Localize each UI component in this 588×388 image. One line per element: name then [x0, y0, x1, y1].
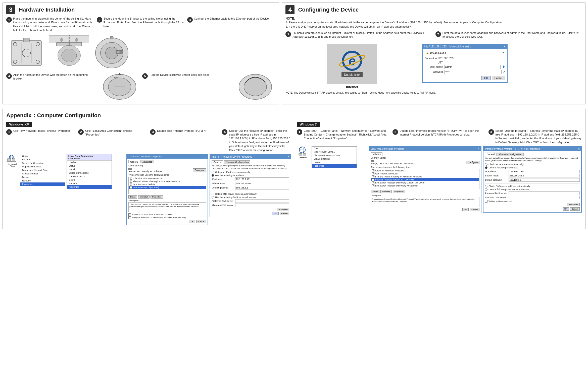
win7-cb-qos[interactable]	[372, 172, 374, 175]
xp-alt-dns-input[interactable]	[235, 204, 289, 207]
item-tcpip[interactable]: Internet Protocol (TCP/IP)	[129, 186, 206, 189]
item-tcpip-label: Internet Protocol (TCP/IP)	[133, 186, 159, 189]
xp-tcpip-tab-general[interactable]: General	[212, 160, 223, 164]
xp-diag3-ok-btn[interactable]: OK	[189, 220, 195, 223]
cb-file-sharing[interactable]	[130, 180, 132, 183]
xp-advanced-btn[interactable]: Advanced	[277, 208, 289, 211]
xp-tcpip-tabs: General Alternate Configuration	[212, 160, 289, 164]
win7-diag2-configure-btn[interactable]: Configure	[466, 161, 479, 164]
xp-diag3-body: General Advanced Connect using: AMD PCNE…	[127, 159, 208, 225]
win7-validate-label: Validate settings upon exit	[488, 200, 512, 202]
win7-tcpip-close[interactable]: ✕	[578, 148, 580, 150]
xp-install-btn[interactable]: Install	[128, 195, 137, 199]
win7-radio2[interactable]	[485, 166, 487, 169]
win7-pref-dns-input[interactable]	[509, 191, 580, 195]
ctx2-properties[interactable]: Properties	[67, 185, 112, 189]
win7-tcpip-cancel-btn[interactable]: Cancel	[570, 207, 580, 211]
win7-radio1[interactable]	[485, 163, 487, 166]
win7-cb-client[interactable]	[372, 169, 374, 172]
win7-cb-validate[interactable]	[485, 200, 487, 203]
xp-tcpip-ok-btn[interactable]: OK	[272, 212, 279, 215]
dialog-ok-button[interactable]: OK	[481, 76, 491, 80]
win7-cb-responder[interactable]	[372, 184, 374, 187]
xp-ip-input[interactable]	[235, 177, 289, 181]
win7-ip-input[interactable]	[509, 170, 580, 173]
win7-mask-input[interactable]	[509, 174, 580, 177]
xp-step4-num: 4	[222, 129, 227, 135]
xp-diag3-tab-advanced[interactable]: Advanced	[140, 160, 154, 163]
xp-tcpip-tab-alt[interactable]: Alternate Configuration	[224, 160, 250, 164]
xp-step1-text: Click "My Network Places", choose "Prope…	[13, 129, 72, 152]
windows-7-column: Windows 7 1 Click "Start→ Control Panel→…	[297, 122, 582, 225]
win7-tcpip-ok-btn[interactable]: OK	[563, 207, 569, 211]
win7-ctx-properties[interactable]: Properties	[312, 164, 357, 168]
ctx-properties[interactable]: Properties	[20, 182, 65, 186]
win7-install-btn[interactable]: Install	[371, 190, 379, 193]
xp-diag3-desc-label: Description	[128, 200, 206, 202]
ie-internet-label: Internet	[346, 85, 358, 89]
win7-dns-radio1-label: Obtain DNS server address automatically	[488, 185, 530, 187]
win7-tcpip-tab-alt[interactable]: Alternate Configuration	[497, 153, 524, 156]
win7-tcpip-desc: You can get settings assigned automatica…	[485, 157, 580, 162]
win7-cb-tcpip4[interactable]	[372, 178, 374, 181]
xp-properties-btn[interactable]: Properties	[151, 195, 163, 199]
win7-cb-mapper[interactable]	[372, 181, 374, 184]
win7-dns-radio2[interactable]	[485, 188, 487, 191]
cb-client-ms[interactable]	[130, 177, 132, 180]
win7-diag2-ok-btn[interactable]: OK	[462, 208, 469, 211]
xp-mask-input[interactable]	[235, 182, 289, 185]
refresh-icon[interactable]: ▾	[503, 51, 504, 54]
win7-dns-radio2-label: Use the following DNS server addresses:	[488, 188, 530, 191]
svg-rect-22	[110, 36, 113, 39]
xp-separator	[212, 191, 289, 191]
win7-dns-radio1[interactable]	[485, 185, 487, 187]
xp-diag3-close[interactable]: ✕	[204, 155, 206, 158]
xp-gw-input[interactable]	[235, 186, 289, 189]
win7-item-qos-label: Qos Packet Scheduler	[375, 172, 398, 175]
ctx-rename: Rename	[20, 179, 65, 182]
win7-gw-input[interactable]	[509, 178, 580, 182]
xp-diag3-tab-general[interactable]: General	[128, 160, 140, 163]
xp-diag3-cancel-btn[interactable]: Cancel	[196, 220, 206, 223]
xp-pref-dns-input[interactable]	[235, 199, 289, 203]
xp-cb-notify[interactable]	[128, 216, 131, 219]
win7-tcpip-tab-general[interactable]: General	[485, 153, 497, 156]
svg-rect-29	[7, 161, 11, 162]
win7-item-tcpip4[interactable]: Internet Protocol Version 4 (TCP/IPv4)	[371, 178, 479, 181]
win7-advanced-btn[interactable]: Advanced	[567, 203, 580, 206]
xp-mask-label: Subnet mask:	[212, 182, 234, 185]
page: 3 Hardware Installation 1 Place the moun…	[0, 0, 588, 231]
cb-tcpip[interactable]	[130, 186, 132, 189]
xp-advanced-row: Advanced	[212, 208, 289, 211]
win7-diag2-close[interactable]: ✕	[477, 148, 479, 150]
xp-diag2-container: Local Area ConnectionConnected Disable S…	[67, 154, 125, 225]
xp-dns-radio2[interactable]	[212, 196, 214, 199]
configure-middle-left: e Double click Internet	[285, 44, 418, 89]
configure-middle-right: http://192.168.1.253/ - Microsoft Intern…	[422, 44, 582, 83]
step5-num: 5	[142, 73, 148, 79]
win7-alt-dns-input[interactable]	[509, 196, 580, 199]
win7-diag2-cancel-btn[interactable]: Cancel	[470, 208, 479, 211]
xp-diag3-configure-btn[interactable]: Configure	[193, 168, 206, 172]
xp-radio1[interactable]	[212, 171, 214, 173]
xp-tcpip-cancel-btn[interactable]: Cancel	[280, 212, 289, 215]
dialog-close-btn[interactable]: ✕	[504, 45, 506, 48]
lock-icon: 🔒	[426, 51, 429, 54]
win7-cb-file[interactable]	[372, 175, 374, 178]
xp-uninstall-btn[interactable]: Uninstall	[138, 195, 150, 199]
cb-qos[interactable]	[130, 183, 132, 186]
win7-diag2-tab-net[interactable]: Network	[371, 152, 382, 156]
win7-uninstall-btn[interactable]: Uninstall	[380, 190, 392, 193]
username-input[interactable]	[444, 65, 501, 69]
xp-radio2[interactable]	[212, 174, 214, 177]
dialog-cancel-button[interactable]: Cancel	[492, 76, 505, 80]
win7-diagrams-row: Network Open Map Network Drive... Discon…	[297, 146, 582, 213]
xp-tcpip-close[interactable]: ✕	[287, 155, 289, 158]
win7-diag2-titlebar: Local Area Connection Properties ✕	[369, 147, 481, 151]
password-input[interactable]	[444, 70, 502, 74]
xp-radio2-label: Use the following IP address:	[215, 174, 244, 177]
ctx2-bridge: Bridge Connections	[67, 171, 112, 175]
win7-properties-btn[interactable]: Properties	[393, 190, 405, 193]
xp-dns-radio1[interactable]	[212, 193, 214, 195]
xp-cb-show-icon[interactable]	[128, 213, 131, 216]
